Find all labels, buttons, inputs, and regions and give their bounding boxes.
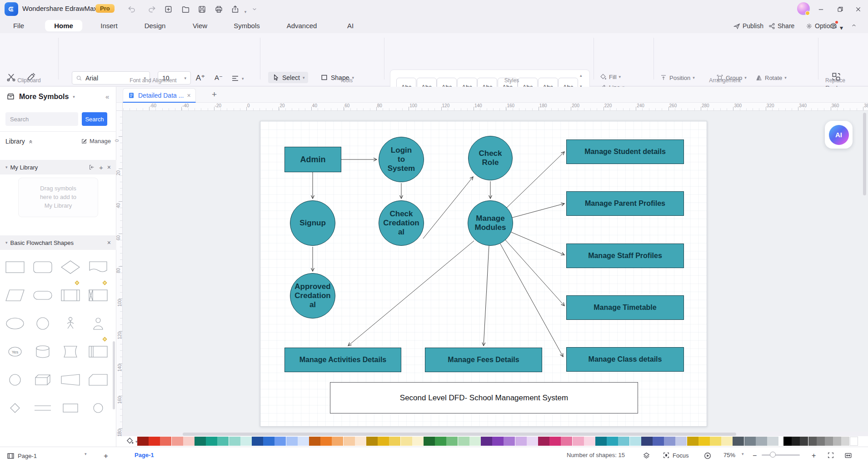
color-swatch[interactable] <box>641 437 653 446</box>
import-symbols-icon[interactable] <box>89 164 95 170</box>
color-swatch[interactable] <box>710 437 721 446</box>
node-check-role[interactable]: Check Role <box>468 136 513 180</box>
undo-icon[interactable] <box>126 4 137 15</box>
text-align-caret[interactable]: ▾ <box>242 76 244 81</box>
color-swatch[interactable] <box>137 437 149 446</box>
collapse-all-icon[interactable] <box>28 139 34 144</box>
share-button[interactable]: Share <box>768 22 794 30</box>
color-swatch[interactable] <box>515 437 527 446</box>
color-swatch[interactable] <box>687 437 698 446</box>
color-swatch[interactable] <box>309 437 320 446</box>
color-swatch[interactable] <box>744 437 756 446</box>
color-swatch[interactable] <box>274 437 286 446</box>
color-swatch[interactable] <box>389 437 400 446</box>
shape-user[interactable] <box>85 312 111 335</box>
print-icon[interactable] <box>213 4 224 15</box>
color-swatch[interactable] <box>653 437 664 446</box>
color-swatch[interactable] <box>808 437 817 446</box>
color-swatch[interactable] <box>320 437 332 446</box>
shape-ellipse[interactable] <box>2 312 28 335</box>
shape-terminator[interactable] <box>30 284 56 307</box>
shape-document[interactable] <box>85 256 111 279</box>
zoom-slider-track[interactable] <box>762 454 800 456</box>
node-manage-timetable[interactable]: Manage Timetable <box>566 295 684 320</box>
shape-circle-xs[interactable] <box>85 397 111 419</box>
customize-toolbar-chevron-icon[interactable] <box>249 4 260 15</box>
color-swatch[interactable] <box>721 437 733 446</box>
node-manage-class-details[interactable]: Manage Class details <box>566 347 684 372</box>
zoom-in-button[interactable]: + <box>812 452 816 460</box>
color-swatch[interactable] <box>792 437 800 446</box>
menu-item-home[interactable]: Home <box>45 20 82 31</box>
shape-diamond-sm[interactable] <box>2 397 28 419</box>
shape-decision[interactable] <box>57 256 84 279</box>
search-input[interactable] <box>5 112 78 126</box>
shape-process[interactable] <box>2 256 28 279</box>
manage-library-button[interactable]: Manage <box>81 138 111 144</box>
minimize-icon[interactable] <box>817 5 824 13</box>
increase-font-button[interactable]: A⁺ <box>195 72 206 83</box>
position-button[interactable]: Position▾ <box>660 74 695 81</box>
color-swatch[interactable] <box>446 437 458 446</box>
text-align-icon[interactable] <box>231 74 239 83</box>
shape-direct-data[interactable] <box>57 340 84 363</box>
basic-flowchart-shapes-header[interactable]: ▾ Basic Flowchart Shapes × <box>0 235 116 250</box>
color-swatch[interactable] <box>561 437 572 446</box>
shape-data[interactable] <box>2 284 28 307</box>
node-signup[interactable]: Signup <box>290 200 335 246</box>
color-swatch[interactable] <box>435 437 446 446</box>
color-swatch[interactable] <box>195 437 206 446</box>
color-swatch[interactable] <box>664 437 675 446</box>
color-swatch[interactable] <box>698 437 710 446</box>
menu-item-ai[interactable]: AI <box>341 20 360 31</box>
node-manage-fees-details[interactable]: Manage Fees Details <box>425 348 542 372</box>
export-icon[interactable] <box>229 4 240 15</box>
shape-trapezoid[interactable] <box>57 368 84 391</box>
node-check-credational[interactable]: Check Credation al <box>379 200 424 246</box>
color-swatch[interactable] <box>767 437 778 446</box>
drawing-canvas[interactable]: AdminLogin to SystemCheck RoleSignupChec… <box>123 111 868 432</box>
color-swatch[interactable] <box>344 437 355 446</box>
color-swatch[interactable] <box>783 437 792 446</box>
focus-button[interactable]: Focus <box>663 452 688 459</box>
color-swatch[interactable] <box>492 437 504 446</box>
close-section-button[interactable]: × <box>107 239 111 246</box>
color-swatch[interactable] <box>733 437 744 446</box>
diagram-caption[interactable]: Second Level DFD- School Management Syst… <box>330 382 638 413</box>
rotate-button[interactable]: Rotate▾ <box>755 74 787 81</box>
color-swatch[interactable] <box>800 437 808 446</box>
shape-circle[interactable] <box>30 312 56 335</box>
fullscreen-icon[interactable] <box>827 452 834 459</box>
color-swatch[interactable] <box>366 437 378 446</box>
shape-internal-storage[interactable] <box>85 284 111 307</box>
horizontal-scrollbar-thumb[interactable] <box>183 433 736 436</box>
zoom-out-button[interactable]: − <box>753 452 757 460</box>
close-my-library-button[interactable]: × <box>107 164 111 171</box>
color-swatch[interactable] <box>401 437 412 446</box>
publish-button[interactable]: Publish <box>733 22 763 30</box>
active-page-tab[interactable]: Page-1 <box>135 452 154 458</box>
add-page-button[interactable]: + <box>104 452 108 461</box>
color-swatch[interactable] <box>252 437 263 446</box>
zoom-level-value[interactable]: 75% <box>723 452 735 458</box>
open-folder-icon[interactable] <box>180 4 191 15</box>
add-library-button[interactable]: + <box>99 164 103 171</box>
color-swatch[interactable] <box>206 437 217 446</box>
style-scroll-up[interactable]: ▴ <box>580 73 582 78</box>
search-button[interactable]: Search <box>82 112 107 126</box>
node-login-to-system[interactable]: Login to System <box>379 137 424 182</box>
color-swatch[interactable] <box>412 437 424 446</box>
cut-icon[interactable] <box>6 72 16 82</box>
decrease-font-button[interactable]: A⁻ <box>213 72 224 83</box>
zoom-slider-knob[interactable] <box>770 452 776 458</box>
color-swatch[interactable] <box>298 437 309 446</box>
tab-close-icon[interactable]: × <box>187 92 190 99</box>
page-selector-caret[interactable]: ▾ <box>85 452 87 456</box>
menu-item-view[interactable]: View <box>186 20 214 31</box>
color-swatch[interactable] <box>817 437 825 446</box>
color-swatch[interactable] <box>217 437 229 446</box>
ai-assistant-button[interactable]: AI <box>825 121 853 149</box>
more-symbols-header[interactable]: More Symbols ▾ <box>6 92 75 101</box>
color-swatch[interactable] <box>240 437 252 446</box>
fill-bucket-icon[interactable] <box>125 437 134 445</box>
